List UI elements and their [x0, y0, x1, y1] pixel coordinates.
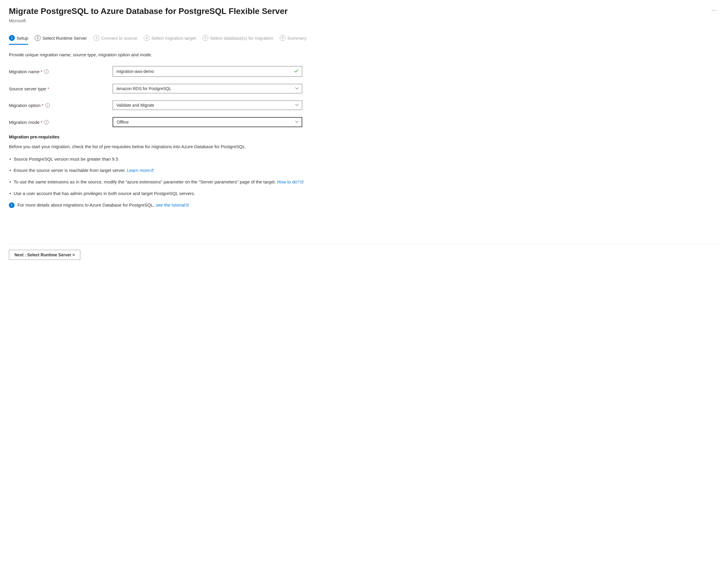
tab-number: 1: [9, 35, 15, 41]
tab-label: Connect to source: [101, 36, 137, 41]
tab-label: Select migration target: [151, 36, 196, 41]
wizard-tabs: 1 Setup 2 Select Runtime Server 3 Connec…: [9, 35, 719, 44]
how-to-do-link[interactable]: How to do?: [277, 179, 304, 184]
source-server-type-label: Source server type *: [9, 86, 113, 91]
tab-select-databases: 5 Select database(s) for migration: [202, 35, 273, 44]
see-tutorial-link[interactable]: see the tutorial: [156, 202, 189, 207]
info-icon[interactable]: i: [44, 120, 49, 124]
wizard-footer: Next : Select Runtime Server >: [9, 244, 719, 260]
required-indicator: *: [41, 69, 42, 74]
prerequisites-title: Migration pre-requisites: [9, 134, 719, 139]
list-item: Ensure the source server is reachable fr…: [9, 167, 719, 174]
tab-connect-to-source: 3 Connect to source: [93, 35, 137, 44]
list-item: Use a user account that has admin privil…: [9, 190, 719, 197]
migration-name-input[interactable]: [113, 66, 302, 77]
external-link-icon: [185, 203, 189, 208]
tab-label: Summary: [287, 36, 306, 41]
info-icon[interactable]: i: [44, 69, 49, 74]
tab-label: Setup: [17, 36, 28, 41]
info-icon[interactable]: i: [45, 103, 50, 108]
tab-number: 3: [93, 35, 99, 41]
next-button[interactable]: Next : Select Runtime Server >: [9, 250, 80, 260]
required-indicator: *: [42, 103, 44, 108]
tutorial-note: i For more details about migrations to A…: [9, 202, 719, 208]
tab-summary: 6 Summary: [280, 35, 306, 44]
page-subtitle: Microsoft: [9, 18, 719, 23]
tab-select-runtime-server[interactable]: 2 Select Runtime Server: [35, 35, 87, 44]
tab-number: 4: [144, 35, 150, 41]
tab-label: Select Runtime Server: [42, 36, 87, 41]
tab-select-migration-target: 4 Select migration target: [144, 35, 196, 44]
prerequisites-intro: Before you start your migration, check t…: [9, 143, 719, 150]
migration-name-label: Migration name * i: [9, 69, 113, 74]
page-title: Migrate PostgreSQL to Azure Database for…: [9, 6, 288, 17]
tab-setup[interactable]: 1 Setup: [9, 35, 28, 45]
required-indicator: *: [41, 120, 42, 125]
list-item: To use the same extensions as in the sou…: [9, 178, 719, 186]
info-filled-icon: i: [9, 202, 15, 208]
migration-option-label: Migration option * i: [9, 103, 113, 108]
tab-number: 2: [35, 35, 41, 41]
list-item: Source PostgreSQL version must be greate…: [9, 156, 719, 163]
migration-mode-label: Migration mode * i: [9, 120, 113, 125]
migration-option-select[interactable]: Validate and Migrate: [113, 100, 302, 110]
setup-instruction: Provide unique migration name, source ty…: [9, 52, 719, 57]
migration-mode-select[interactable]: Offline: [113, 117, 302, 127]
more-options-icon[interactable]: ···: [709, 6, 719, 15]
required-indicator: *: [47, 86, 49, 91]
external-link-icon: [150, 167, 154, 174]
prerequisites-list: Source PostgreSQL version must be greate…: [9, 156, 719, 197]
source-server-type-select[interactable]: Amazon RDS for PostgreSQL: [113, 84, 302, 93]
tab-number: 6: [280, 35, 286, 41]
tab-label: Select database(s) for migration: [210, 36, 273, 41]
external-link-icon: [300, 179, 304, 186]
tab-number: 5: [202, 35, 208, 41]
learn-more-link[interactable]: Learn more: [127, 168, 154, 173]
